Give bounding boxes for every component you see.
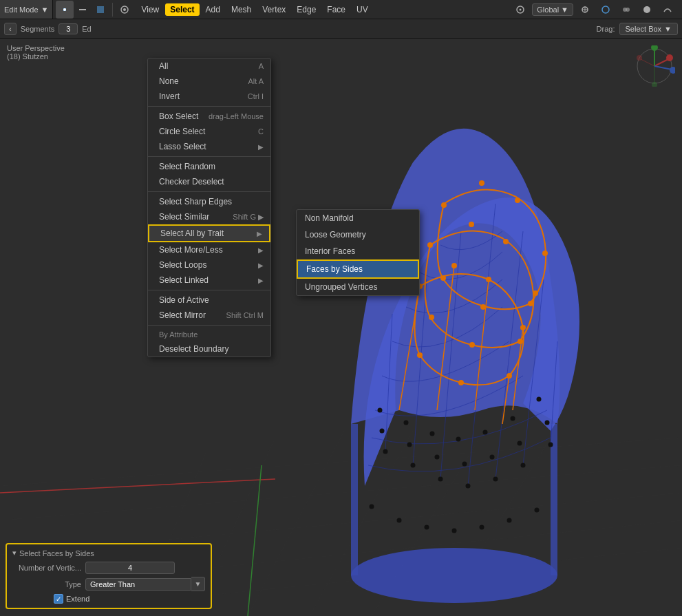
number-input[interactable]: [85, 562, 175, 574]
type-select[interactable]: Greater Than: [85, 578, 191, 591]
submenu-non-manifold[interactable]: Non Manifold: [297, 210, 419, 226]
global-selector[interactable]: Global ▼: [532, 3, 573, 16]
shading-icon[interactable]: [638, 1, 656, 19]
curve-icon[interactable]: [659, 1, 676, 19]
separator-2: [148, 156, 270, 157]
extend-label: Extend: [66, 595, 89, 603]
menu-vertex[interactable]: Vertex: [257, 3, 290, 16]
menu-item-random[interactable]: Select Random: [148, 159, 270, 174]
menu-item-loops[interactable]: Select Loops ▶: [148, 257, 270, 273]
svg-point-14: [643, 6, 650, 13]
svg-point-11: [602, 6, 609, 13]
svg-point-78: [483, 430, 488, 435]
submenu-faces-by-sides[interactable]: Faces by Sides: [297, 259, 419, 279]
menu-item-box-select[interactable]: Box Select drag-Left Mouse: [148, 109, 270, 124]
svg-line-96: [641, 59, 654, 66]
submenu-faces-label: Faces by Sides: [306, 264, 363, 274]
svg-line-94: [654, 59, 668, 66]
viewport[interactable]: User Perspective (18) Stutzen All A None…: [0, 39, 682, 616]
edge-select-icon[interactable]: [74, 1, 92, 19]
svg-point-77: [456, 437, 461, 442]
mode-label: Edit Mode: [4, 6, 39, 14]
bottom-panel: ▾ Select Faces by Sides Number of Vertic…: [6, 543, 212, 609]
mode-selector[interactable]: Edit Mode ▼: [0, 0, 53, 19]
menu-add[interactable]: Add: [201, 3, 225, 16]
svg-point-60: [383, 449, 388, 454]
svg-point-80: [537, 397, 542, 402]
menu-item-trait-arrow: ▶: [257, 230, 262, 237]
menu-item-sharp-edges[interactable]: Select Sharp Edges: [148, 194, 270, 209]
face-select-icon[interactable]: [92, 1, 109, 19]
menu-mesh[interactable]: Mesh: [226, 3, 256, 16]
menu-edge[interactable]: Edge: [292, 3, 321, 16]
svg-point-71: [490, 455, 495, 460]
menu-select[interactable]: Select: [165, 3, 199, 16]
submenu-interior-faces[interactable]: Interior Faces: [297, 243, 419, 259]
nav-gizmo[interactable]: [634, 45, 675, 87]
menu-item-checker[interactable]: Checker Deselect: [148, 174, 270, 189]
type-select-arrow[interactable]: ▼: [191, 577, 205, 591]
snap-icon[interactable]: [511, 1, 529, 19]
menu-item-linked-arrow: ▶: [258, 277, 264, 284]
trait-submenu: Non Manifold Loose Geometry Interior Fac…: [296, 209, 420, 296]
menu-item-all-by-trait[interactable]: Select All by Trait ▶: [148, 224, 270, 242]
overlay-icon[interactable]: [617, 1, 635, 19]
menu-item-invert[interactable]: Invert Ctrl I: [148, 89, 270, 104]
submenu-loose-geometry[interactable]: Loose Geometry: [297, 226, 419, 243]
svg-point-62: [438, 477, 443, 482]
menu-item-lasso-arrow: ▶: [258, 143, 264, 151]
panel-collapse-icon[interactable]: ▾: [12, 549, 17, 557]
world-icon[interactable]: [597, 1, 615, 19]
pivot-icon[interactable]: [576, 1, 594, 19]
menu-item-linked-label: Select Linked: [159, 275, 209, 285]
menu-item-boundary-label: Deselect Boundary: [159, 344, 228, 354]
svg-point-66: [548, 443, 553, 447]
submenu-non-manifold-label: Non Manifold: [305, 213, 354, 223]
extend-checkbox-item[interactable]: ✓ Extend: [54, 594, 89, 604]
menu-item-all-shortcut: A: [259, 62, 264, 70]
type-select-value: Greater Than: [90, 580, 135, 588]
mode-arrow: ▼: [41, 6, 49, 14]
menu-item-linked[interactable]: Select Linked ▶: [148, 273, 270, 288]
menu-item-attribute-label: By Attribute: [159, 330, 198, 339]
extend-row: ✓ Extend: [12, 594, 205, 604]
menu-item-circle-select[interactable]: Circle Select C: [148, 124, 270, 139]
svg-point-50: [518, 339, 523, 344]
menu-view[interactable]: View: [136, 3, 164, 16]
menu-item-none-label: None: [159, 76, 179, 86]
svg-rect-30: [351, 424, 358, 575]
select-box-label: Select Box: [626, 25, 662, 33]
svg-point-76: [430, 432, 435, 436]
submenu-ungrouped[interactable]: Ungrouped Vertices: [297, 279, 419, 295]
menu-item-box-shortcut: drag-Left Mouse: [209, 112, 264, 120]
menu-item-mirror[interactable]: Select Mirror Shift Ctrl M: [148, 308, 270, 323]
select-box-button[interactable]: Select Box ▼: [619, 23, 678, 35]
panel-title-text: Select Faces by Sides: [19, 549, 94, 557]
menu-item-side-active[interactable]: Side of Active: [148, 293, 270, 308]
menu-face[interactable]: Face: [322, 3, 350, 16]
collapse-btn[interactable]: ‹: [4, 23, 17, 35]
svg-point-65: [521, 463, 526, 468]
menu-item-more-less[interactable]: Select More/Less ▶: [148, 242, 270, 257]
svg-point-75: [404, 421, 409, 425]
proportional-icon[interactable]: [116, 1, 134, 19]
svg-line-102: [654, 66, 672, 70]
menu-item-similar[interactable]: Select Similar Shift G ▶: [148, 209, 270, 224]
menu-item-by-attribute[interactable]: By Attribute: [148, 328, 270, 341]
menu-item-deselect-boundary[interactable]: Deselect Boundary: [148, 341, 270, 357]
svg-point-7: [520, 8, 522, 10]
svg-point-73: [545, 421, 550, 425]
svg-point-46: [427, 242, 433, 248]
segments-value[interactable]: 3: [58, 23, 78, 34]
separator-5: [148, 325, 270, 326]
svg-point-97: [637, 55, 642, 61]
extend-checkbox[interactable]: ✓: [54, 594, 63, 604]
menu-uv[interactable]: UV: [352, 3, 373, 16]
type-row: Type Greater Than ▼: [12, 577, 205, 591]
menu-item-lasso-select[interactable]: Lasso Select ▶: [148, 139, 270, 154]
menu-item-invert-label: Invert: [159, 92, 180, 101]
menu-item-none[interactable]: None Alt A: [148, 74, 270, 89]
vert-select-icon[interactable]: [56, 1, 74, 19]
menu-item-all[interactable]: All A: [148, 59, 270, 74]
svg-point-63: [466, 484, 471, 489]
